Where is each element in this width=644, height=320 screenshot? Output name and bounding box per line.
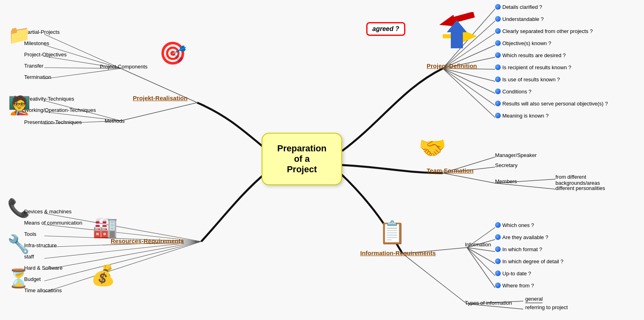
blue-circle-icon	[495, 246, 501, 252]
m-item-3: Presentation-Techniques	[24, 119, 82, 125]
pd-item-9: Results will also serve personal objecti…	[495, 101, 608, 107]
m-item-2: Working/Operation-Techniques	[24, 107, 96, 113]
pd-item-10: Meaning is known ?	[495, 113, 549, 119]
pc-item-5: Termination	[24, 74, 51, 80]
res-item-3: Tools	[24, 231, 36, 237]
svg-line-22	[402, 254, 467, 304]
blue-circle-icon	[495, 101, 501, 106]
central-node: Preparation of a Project	[262, 133, 342, 185]
svg-line-6	[443, 68, 495, 81]
tf-manager: Manager/Speaker	[495, 152, 537, 158]
svg-line-42	[44, 242, 201, 292]
blue-circle-icon	[495, 76, 501, 82]
ir-item-1: Which ones ?	[495, 222, 534, 228]
res-item-6: Hard & Software	[24, 265, 62, 271]
res-item-5: staff	[24, 254, 34, 260]
pd-item-3: Clearly separated from other projects ?	[495, 28, 593, 34]
blue-circle-icon	[495, 40, 501, 46]
team-icon: 🤝	[419, 135, 446, 161]
blue-circle-icon	[495, 283, 501, 288]
phone-icon: 📞	[7, 197, 30, 219]
svg-line-8	[443, 68, 495, 105]
central-title: Preparation of a Project	[277, 143, 326, 175]
ir-item-3: In which format ?	[495, 246, 542, 252]
person-icon: 🧑‍🏫	[8, 95, 31, 116]
blue-circle-icon	[495, 113, 501, 118]
project-definition-label: Project-Definition	[427, 62, 477, 69]
arrows-svg	[431, 12, 479, 52]
blue-circle-icon	[495, 258, 501, 264]
blue-circle-icon	[495, 64, 501, 70]
svg-line-20	[467, 248, 495, 276]
information-icon: 📋	[378, 219, 406, 246]
mind-map: Preparation of a Project agreed ? Projec…	[0, 0, 644, 320]
ir-item-4: In which degree of detail ?	[495, 258, 564, 264]
blue-circle-icon	[495, 4, 501, 10]
blue-circle-icon	[495, 270, 501, 276]
svg-line-40	[44, 242, 201, 270]
moneybag-icon: 💰	[91, 264, 116, 287]
info-sub-label: Information	[465, 242, 491, 248]
information-requirements-label: Information-Requirements	[360, 250, 436, 256]
types-item-1: general	[525, 296, 543, 303]
pd-item-6: Is recipient of results known ?	[495, 64, 571, 70]
folder-icon: 📁	[8, 24, 31, 45]
tf-members-item-1: from differentbackgrounds/areas	[555, 174, 600, 186]
res-item-7: Budget	[24, 276, 41, 282]
ir-item-5: Up-to date ?	[495, 270, 531, 277]
agreed-text: agreed ?	[372, 25, 399, 32]
resources-requirements-label: Resources-Requirements	[111, 237, 184, 244]
project-components-label: Project-Components	[100, 64, 148, 70]
methods-label: Methods	[105, 118, 125, 124]
blue-circle-icon	[495, 16, 501, 22]
pd-item-1: Details clarified ?	[495, 4, 542, 10]
pd-item-8: Conditions ?	[495, 89, 531, 95]
svg-line-31	[121, 103, 197, 121]
pc-item-4: Transfer	[24, 63, 43, 69]
svg-line-41	[44, 242, 201, 281]
types-label: Types of information	[465, 300, 512, 306]
team-formation-label: Team-Formation	[427, 167, 473, 174]
tf-members-item-2: different personalities	[555, 185, 605, 191]
res-item-4: Infra-structure	[24, 242, 57, 248]
target-icon: 🎯	[159, 40, 187, 66]
svg-line-9	[443, 68, 495, 118]
pc-item-3: Project-Objectives	[24, 52, 66, 58]
arrows-graphic	[431, 12, 479, 54]
ir-item-6: Where from ?	[495, 283, 534, 289]
ir-item-2: Are they available ?	[495, 234, 548, 240]
pd-item-4: Objective(s) known ?	[495, 40, 551, 46]
tf-secretary: Secretary	[495, 162, 518, 168]
res-item-8: Time allocations	[24, 287, 62, 293]
projekt-realisation-label: Projekt-Realisation	[133, 95, 188, 101]
blue-circle-icon	[495, 52, 501, 58]
pd-item-7: Is use of results known ?	[495, 76, 560, 83]
agreed-box: agreed ?	[366, 22, 405, 36]
blue-circle-icon	[495, 89, 501, 94]
svg-line-7	[443, 68, 495, 93]
factory-icon: 🏭	[93, 215, 118, 239]
svg-line-21	[467, 248, 495, 288]
tf-members: Members	[495, 178, 517, 184]
m-item-1: Creativity-Techniques	[24, 96, 74, 102]
pd-item-5: Which results are desired ?	[495, 52, 566, 58]
types-item-2: referring to project	[525, 304, 568, 310]
res-item-2: Means of communication	[24, 220, 83, 226]
svg-line-30	[44, 68, 121, 79]
pd-item-2: Understandable ?	[495, 16, 544, 22]
svg-line-18	[467, 248, 495, 252]
res-item-1: Devices & machines	[24, 209, 72, 215]
svg-line-12	[443, 173, 495, 183]
blue-circle-icon	[495, 222, 501, 228]
svg-line-19	[467, 248, 495, 264]
blue-circle-icon	[495, 28, 501, 34]
blue-circle-icon	[495, 234, 501, 240]
